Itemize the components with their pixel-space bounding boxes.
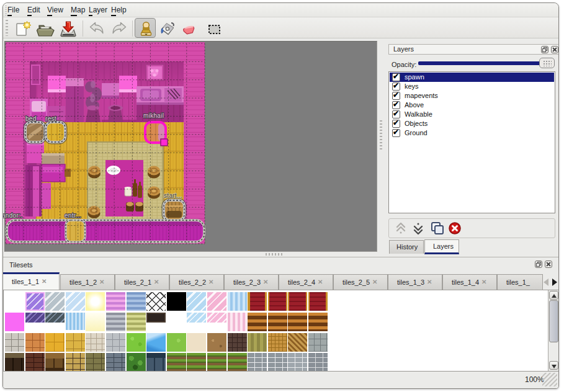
svg-text:start...: start...: [164, 192, 182, 199]
svg-text:mikhail: mikhail: [143, 112, 164, 119]
svg-text:bed: bed: [25, 115, 37, 122]
svg-text:andor:.: andor:.: [2, 212, 22, 219]
svg-text:entr...: entr...: [65, 212, 81, 219]
svg-text:rest: rest: [45, 115, 56, 122]
